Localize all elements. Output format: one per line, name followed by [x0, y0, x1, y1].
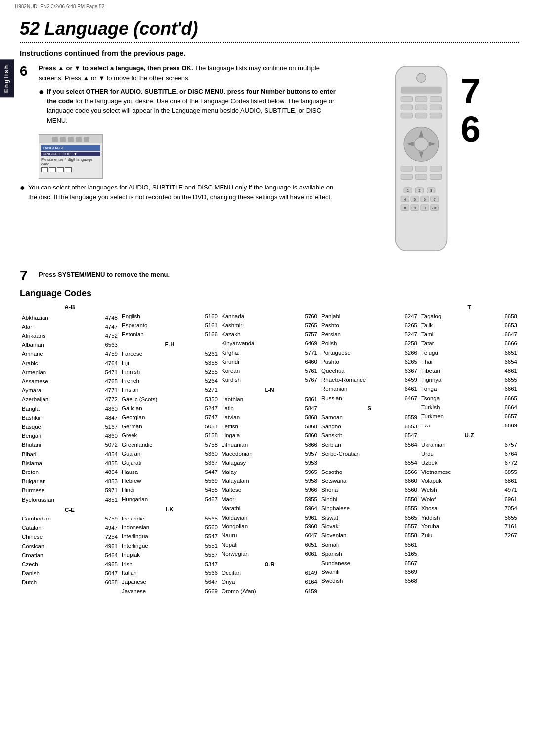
lang-entry: Guarani5360 [122, 449, 218, 458]
lang-entry: Nepali6051 [222, 540, 317, 549]
lang-entry: Irish5347 [122, 560, 218, 568]
lang-entry: Kinyarwanda6469 [222, 339, 317, 348]
lang-entry: Slovenian6558 [321, 531, 417, 540]
lang-entry: Tagalog6658 [421, 312, 517, 321]
svg-rect-4 [415, 97, 427, 102]
lang-entry: German5051 [122, 422, 218, 431]
lang-entry: Sangho6553 [321, 422, 417, 431]
lang-entry: Arabic4764 [22, 359, 118, 368]
svg-point-13 [414, 137, 428, 151]
step6-number: 6 [20, 63, 34, 129]
lang-entry: Bashkir4847 [22, 413, 118, 422]
lang-entry: Lettish5868 [222, 422, 317, 431]
lang-entry: Tajik6653 [421, 321, 517, 330]
lang-entry: Malagasy5953 [222, 458, 317, 467]
lang-entry: Uzbek6772 [421, 458, 517, 467]
lang-entry: Yoruba7161 [421, 522, 517, 531]
svg-rect-6 [401, 105, 412, 110]
lang-entry: Inupiak5557 [122, 550, 218, 559]
lang-entry: Afar4747 [22, 322, 118, 331]
svg-rect-21 [401, 174, 412, 179]
lang-entry: Tigrinya6655 [421, 376, 517, 384]
svg-rect-19 [415, 166, 427, 171]
lang-col-4: Panjabi6247 Pashto6265 Persian5247 Polis… [319, 303, 419, 596]
lang-entry: Urdu6764 [421, 449, 517, 458]
title-rule [20, 42, 519, 43]
lang-entry: Wolof6961 [421, 495, 517, 504]
lang-entry: English5160 [122, 312, 218, 321]
lang-entry: Moldavian5961 [222, 513, 317, 522]
lang-entry: Esperanto5161 [122, 321, 218, 330]
lang-entry: Lithuanian5866 [222, 440, 317, 449]
lang-entry: Rhaeto-Romance6459 [321, 376, 417, 384]
bullet1: ● If you select OTHER for AUDIO, SUBTITL… [39, 87, 338, 125]
step7-block: 7 Press SYSTEM/MENU to remove the menu. [20, 268, 519, 284]
svg-rect-8 [430, 105, 441, 110]
lang-entry: Persian5247 [321, 330, 417, 339]
lang-entry: Pashto6265 [321, 321, 417, 330]
language-codes-section: Language Codes A-B Abkhazian4748 Afar474… [20, 288, 519, 596]
lang-entry: Sundanese6567 [321, 559, 417, 567]
lang-entry: Swedish6568 [321, 576, 417, 585]
lang-entry: Bengali4860 [22, 431, 118, 440]
svg-text:1: 1 [407, 189, 409, 192]
col-c-e-header: C-E [22, 505, 118, 514]
lang-entry: Kashmiri5765 [222, 321, 317, 330]
lang-entry: Slovak6557 [321, 522, 417, 531]
lang-entry: Hebrew5569 [122, 476, 218, 485]
lang-entry: Galician5247 [122, 404, 218, 413]
lang-entry: Hungarian5467 [122, 495, 218, 504]
lang-entry: Amharic4759 [22, 349, 118, 358]
lang-entry: Maori5955 [222, 495, 317, 504]
header-text: H982NUD_EN2 3/2/06 6:48 PM Page 52 [15, 4, 104, 9]
lang-entry: Turkish6664 [421, 403, 517, 412]
lang-entry: Chinese7254 [22, 532, 118, 541]
step6-content: Press ▲ or ▼ to select a language, then … [39, 63, 338, 129]
svg-text:7: 7 [434, 198, 436, 201]
right-column: 1 2 3 4 5 6 7 8 9 0 [348, 63, 520, 260]
code-box-4 [65, 167, 72, 172]
col-o-r-header: O-R [222, 560, 317, 568]
lang-col-2: English5160 Esperanto5161 Estonian5166 F… [120, 303, 220, 596]
screen-code-boxes [41, 167, 100, 172]
lang-entry: Welsh4971 [421, 485, 517, 494]
lang-entry: Finnish5255 [122, 367, 218, 376]
lang-entry: Panjabi6247 [321, 312, 417, 321]
lang-entry: Serbian6564 [321, 440, 417, 449]
lang-entry: Malay5965 [222, 468, 317, 476]
lang-entry: Kirundi6460 [222, 357, 317, 366]
lang-entry: Estonian5166 [122, 330, 218, 339]
left-column: 6 Press ▲ or ▼ to select a language, the… [20, 63, 338, 260]
lang-entry: Gaelic (Scots)5350 [122, 395, 218, 404]
lang-entry: 6554 [321, 458, 417, 467]
lang-entry: Sesotho6566 [321, 468, 417, 476]
lang-entry: Quechua6367 [321, 366, 417, 375]
lang-entry: Latvian5868 [222, 413, 317, 422]
lang-entry: Bhutani5072 [22, 440, 118, 449]
lang-entry: Latin5847 [222, 404, 317, 413]
lang-col-3: Kannada5760 Kashmiri5765 Kazakh5757 Kiny… [220, 303, 319, 596]
svg-rect-7 [415, 105, 427, 110]
big-number-6: 6 [461, 111, 481, 147]
lang-entry: Russian6467 [321, 394, 417, 403]
lang-entry: Abkhazian4748 [22, 313, 118, 322]
lang-entry: Bulgarian4853 [22, 477, 118, 486]
lang-entry: Gujarati5367 [122, 458, 218, 467]
big-number-7: 7 [461, 73, 481, 109]
lang-entry: Sanskrit6547 [321, 431, 417, 440]
svg-text:4: 4 [404, 198, 406, 201]
svg-rect-22 [415, 174, 427, 179]
lang-entry: Pushto6265 [321, 357, 417, 366]
svg-point-1 [416, 73, 426, 83]
step7-content: Press SYSTEM/MENU to remove the menu. [39, 268, 170, 284]
lang-entry: Romanian6461 [321, 384, 417, 393]
lang-entry: Singhalese6555 [321, 504, 417, 513]
col-f-h-header: F-H [122, 340, 218, 349]
lang-entry: Corsican4961 [22, 542, 118, 551]
svg-rect-5 [430, 97, 441, 102]
step6-block: 6 Press ▲ or ▼ to select a language, the… [20, 63, 338, 129]
page-title: 52 Language (cont'd) [20, 18, 519, 39]
lang-entry: Assamese4765 [22, 377, 118, 386]
lang-entry: Setswana6660 [321, 476, 417, 485]
lang-entry: Faroese5261 [122, 349, 218, 358]
